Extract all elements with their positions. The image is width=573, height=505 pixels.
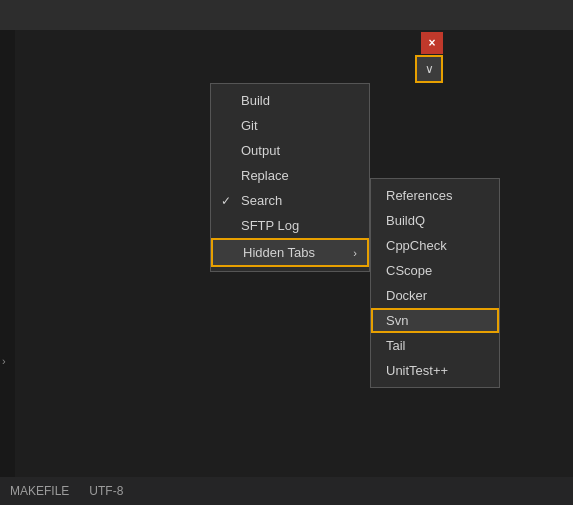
menu-item-output-label: Output	[241, 143, 280, 158]
submenu-item-unittest-label: UnitTest++	[386, 363, 448, 378]
submenu-item-docker[interactable]: Docker	[371, 283, 499, 308]
submenu-item-docker-label: Docker	[386, 288, 427, 303]
submenu-item-cppcheck-label: CppCheck	[386, 238, 447, 253]
menu-item-git[interactable]: Git	[211, 113, 369, 138]
status-encoding: UTF-8	[89, 484, 123, 498]
submenu-item-references[interactable]: References	[371, 183, 499, 208]
submenu-item-buildq[interactable]: BuildQ	[371, 208, 499, 233]
submenu-item-unittest[interactable]: UnitTest++	[371, 358, 499, 383]
submenu-item-tail-label: Tail	[386, 338, 406, 353]
close-button[interactable]: ×	[421, 32, 443, 54]
menu-item-sftp-log[interactable]: SFTP Log	[211, 213, 369, 238]
status-bar: MAKEFILE UTF-8	[0, 477, 573, 505]
menu-item-search-label: Search	[241, 193, 282, 208]
menu-item-search[interactable]: Search	[211, 188, 369, 213]
menu-item-replace[interactable]: Replace	[211, 163, 369, 188]
submenu-item-references-label: References	[386, 188, 452, 203]
submenu-item-cscope[interactable]: CScope	[371, 258, 499, 283]
submenu-item-cscope-label: CScope	[386, 263, 432, 278]
menu-item-output[interactable]: Output	[211, 138, 369, 163]
dropdown-menu: Build Git Output Replace Search SFTP Log…	[210, 83, 370, 272]
chevron-down-icon: ∨	[425, 62, 434, 76]
submenu-item-svn[interactable]: Svn	[371, 308, 499, 333]
submenu-arrow-icon: ›	[353, 247, 357, 259]
menu-item-build[interactable]: Build	[211, 88, 369, 113]
menu-item-sftp-log-label: SFTP Log	[241, 218, 299, 233]
submenu-item-cppcheck[interactable]: CppCheck	[371, 233, 499, 258]
menu-item-replace-label: Replace	[241, 168, 289, 183]
menu-item-git-label: Git	[241, 118, 258, 133]
expand-arrow-icon: ›	[2, 355, 6, 367]
menu-item-hidden-tabs[interactable]: Hidden Tabs ›	[211, 238, 369, 267]
submenu-item-svn-label: Svn	[386, 313, 408, 328]
menu-item-build-label: Build	[241, 93, 270, 108]
submenu: References BuildQ CppCheck CScope Docker…	[370, 178, 500, 388]
status-file-type: MAKEFILE	[10, 484, 69, 498]
dropdown-toggle-button[interactable]: ∨	[415, 55, 443, 83]
submenu-item-buildq-label: BuildQ	[386, 213, 425, 228]
submenu-item-tail[interactable]: Tail	[371, 333, 499, 358]
menu-item-hidden-tabs-label: Hidden Tabs	[243, 245, 315, 260]
top-bar	[0, 0, 573, 30]
close-icon: ×	[428, 36, 435, 50]
left-panel: ›	[0, 0, 15, 505]
